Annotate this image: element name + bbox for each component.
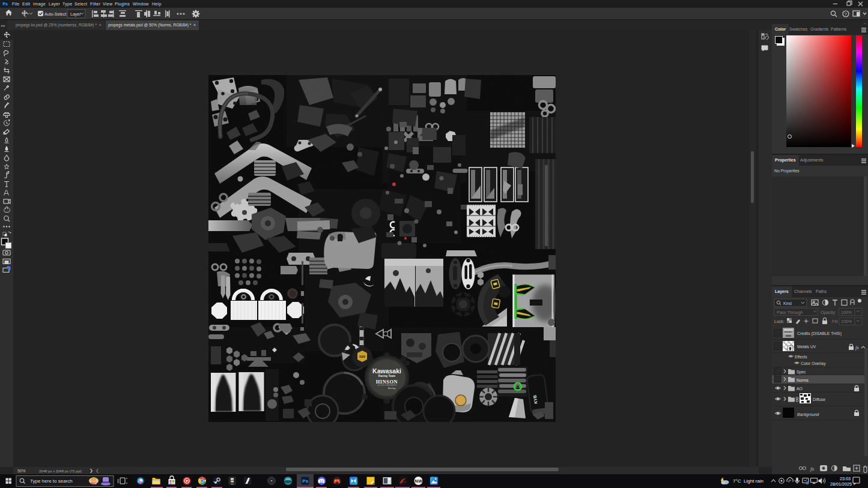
svg-text:Kind: Kind <box>783 301 792 306</box>
svg-text:100%: 100% <box>841 319 852 324</box>
svg-text:Opacity:: Opacity: <box>821 310 836 315</box>
svg-text:Color Overlay: Color Overlay <box>801 361 826 366</box>
svg-text:Spec: Spec <box>797 370 806 375</box>
svg-text:W: W <box>418 478 423 484</box>
svg-text:Effects: Effects <box>795 355 807 359</box>
svg-text:fx: fx <box>810 466 815 472</box>
svg-text:28/01/2025: 28/01/2025 <box>830 481 852 487</box>
svg-text:Layer: Layer <box>70 12 81 17</box>
svg-text:fx: fx <box>855 345 859 351</box>
svg-text:Light rain: Light rain <box>744 478 763 484</box>
svg-text:Lock:: Lock: <box>774 319 785 324</box>
svg-text:AO: AO <box>797 387 803 391</box>
svg-text:Pass Through: Pass Through <box>777 310 803 315</box>
svg-text:Ps: Ps <box>302 478 308 484</box>
svg-text:Norms: Norms <box>797 378 809 382</box>
svg-text:?: ? <box>845 11 848 17</box>
svg-text:Auto-Select:: Auto-Select: <box>44 12 67 16</box>
svg-text:Credits (DISABLE THIS): Credits (DISABLE THIS) <box>797 331 842 336</box>
svg-text:7°C: 7°C <box>733 478 741 484</box>
svg-text:N: N <box>415 478 418 484</box>
svg-text:23:03: 23:03 <box>840 476 851 481</box>
svg-text:Metals UV: Metals UV <box>797 345 816 349</box>
svg-text:Type here to search: Type here to search <box>30 478 73 484</box>
svg-text:Fill:: Fill: <box>832 319 839 324</box>
svg-text:Background: Background <box>797 412 819 417</box>
svg-text:EPIC: EPIC <box>231 480 235 482</box>
svg-text:100%: 100% <box>841 310 852 315</box>
svg-text:Diffuse: Diffuse <box>813 397 825 402</box>
